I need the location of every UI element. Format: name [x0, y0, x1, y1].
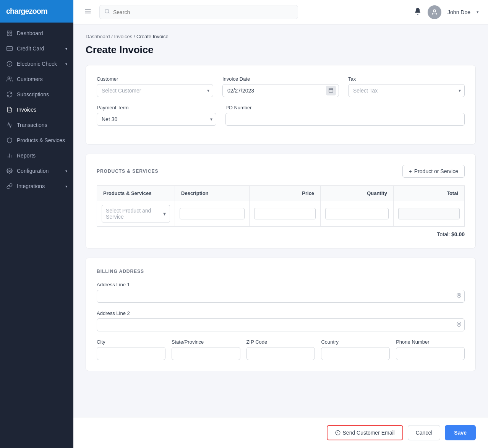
products-services-card: PRODUCTS & SERVICES + Product or Service… [86, 154, 476, 248]
add-button-label: Product or Service [414, 168, 458, 174]
quantity-cell: 0 [321, 201, 394, 227]
sidebar-item-label: Configuration [17, 168, 49, 174]
sidebar-item-integrations[interactable]: Integrations ▾ [0, 179, 73, 194]
svg-point-7 [8, 77, 10, 79]
phone-input[interactable] [396, 347, 465, 360]
users-icon [6, 76, 13, 83]
tax-group: Tax Select Tax ▾ [348, 76, 465, 97]
state-input[interactable] [172, 347, 240, 360]
address-line1-input[interactable] [97, 290, 465, 303]
sidebar-item-label: Subscriptions [17, 91, 49, 97]
search-bar[interactable] [99, 5, 298, 19]
products-section-header: PRODUCTS & SERVICES + Product or Service [97, 165, 465, 178]
sidebar-item-label: Customers [17, 76, 43, 82]
location-icon [456, 293, 462, 300]
address-line2-label: Address Line 2 [97, 310, 465, 316]
address-line2-input[interactable] [97, 318, 465, 331]
form-actions: Send Customer Email Cancel Save [73, 417, 488, 448]
address-city-row: City State/Province ZIP Code Country Pho… [97, 339, 465, 360]
send-customer-email-button[interactable]: Send Customer Email [327, 425, 403, 440]
sidebar-item-transactions[interactable]: Transactions [0, 117, 73, 133]
svg-point-19 [433, 10, 436, 12]
sidebar-item-reports[interactable]: Reports [0, 148, 73, 163]
po-number-label: PO Number [225, 105, 465, 110]
sidebar-item-credit-card[interactable]: Credit Card ▾ [0, 41, 73, 56]
product-select[interactable]: Select Product and Service ▾ [102, 205, 170, 222]
sidebar-item-label: Reports [17, 153, 36, 159]
grand-total-row: Total: $0.00 [97, 231, 465, 237]
svg-rect-4 [7, 47, 13, 51]
refresh-icon [6, 91, 13, 98]
content-area: Dashboard / Invoices / Create Invoice Cr… [73, 24, 488, 417]
sidebar-item-customers[interactable]: Customers [0, 71, 73, 87]
tax-select-wrapper: Select Tax ▾ [348, 84, 465, 97]
description-input[interactable] [180, 208, 245, 219]
city-group: City [97, 339, 165, 360]
sidebar-item-label: Dashboard [17, 30, 43, 36]
sidebar-nav: Dashboard Credit Card ▾ Electronic Check… [0, 23, 73, 448]
country-group: Country [321, 339, 390, 360]
page-title: Create Invoice [86, 44, 476, 56]
sidebar-item-configuration[interactable]: Configuration ▾ [0, 163, 73, 179]
col-total: Total [393, 186, 464, 201]
hamburger-button[interactable] [83, 6, 93, 18]
sidebar-item-invoices[interactable]: Invoices [0, 102, 73, 117]
customer-select[interactable]: Select Customer [97, 84, 213, 97]
sidebar-item-label: Credit Card [17, 45, 44, 52]
svg-rect-1 [10, 31, 12, 33]
grid-icon [6, 30, 13, 37]
svg-rect-2 [7, 34, 9, 36]
products-table: Products & Services Description Price Qu… [97, 185, 465, 227]
brand-name: chargezoom [6, 7, 47, 16]
user-chevron-icon: ▾ [477, 10, 479, 15]
zip-group: ZIP Code [246, 339, 315, 360]
calendar-icon[interactable] [326, 86, 336, 96]
form-row-2: Payment Term Net 30 ▾ PO Number [97, 105, 465, 126]
products-section-title: PRODUCTS & SERVICES [97, 169, 158, 174]
payment-term-select[interactable]: Net 30 [97, 113, 216, 126]
cancel-button[interactable]: Cancel [408, 425, 441, 440]
svg-line-18 [108, 12, 109, 13]
product-select-cell: Select Product and Service ▾ [97, 201, 175, 227]
save-button[interactable]: Save [445, 425, 476, 440]
avatar [428, 5, 441, 19]
zip-input[interactable] [246, 347, 315, 360]
breadcrumb-current: Create Invoice [136, 34, 169, 39]
settings-icon [6, 167, 13, 174]
invoice-date-group: Invoice Date [222, 76, 339, 97]
breadcrumb-invoices[interactable]: Invoices [114, 34, 132, 39]
country-input[interactable] [321, 347, 390, 360]
sidebar-item-subscriptions[interactable]: Subscriptions [0, 87, 73, 102]
city-input[interactable] [97, 347, 165, 360]
phone-label: Phone Number [396, 339, 465, 345]
user-name[interactable]: John Doe [447, 9, 470, 15]
header-right: John Doe ▾ [414, 5, 479, 19]
total-cell: 0.00 [393, 201, 464, 227]
breadcrumb-dashboard[interactable]: Dashboard [86, 34, 110, 39]
description-cell [175, 201, 250, 227]
location-icon [456, 322, 462, 328]
svg-point-24 [458, 295, 460, 296]
col-description: Description [175, 186, 250, 201]
total-input[interactable]: 0.00 [398, 208, 460, 219]
city-label: City [97, 339, 165, 345]
price-input[interactable]: 0.00 [254, 208, 316, 219]
po-number-input[interactable] [225, 113, 465, 126]
file-text-icon [6, 106, 13, 113]
chevron-down-icon: ▾ [163, 211, 166, 217]
add-product-button[interactable]: + Product or Service [402, 165, 465, 178]
sidebar-item-dashboard[interactable]: Dashboard [0, 26, 73, 41]
sidebar-item-electronic-check[interactable]: Electronic Check ▾ [0, 56, 73, 71]
po-number-group: PO Number [225, 105, 465, 126]
address-line1-label: Address Line 1 [97, 282, 465, 287]
country-label: Country [321, 339, 390, 345]
customer-select-wrapper: Select Customer ▾ [97, 84, 213, 97]
quantity-input[interactable]: 0 [325, 208, 389, 219]
svg-point-25 [458, 323, 460, 325]
tax-select[interactable]: Select Tax [348, 84, 465, 97]
search-input[interactable] [113, 9, 293, 15]
invoice-date-input[interactable] [222, 84, 339, 97]
bell-icon[interactable] [414, 7, 422, 17]
sidebar-item-products-services[interactable]: Products & Services [0, 133, 73, 148]
billing-address-card: BILLING ADDRESS Address Line 1 Address L… [86, 258, 476, 371]
